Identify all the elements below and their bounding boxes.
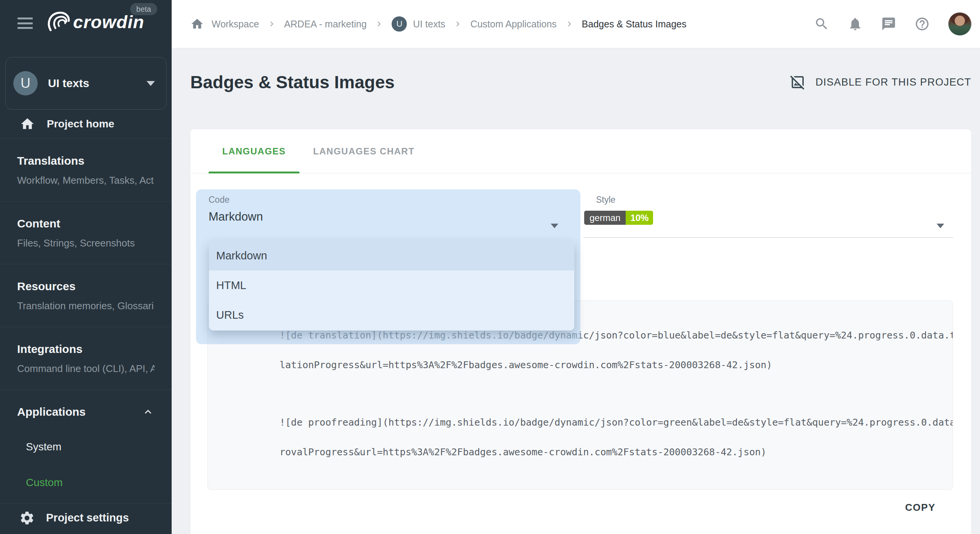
- help-icon[interactable]: [915, 16, 930, 32]
- sidebar-sections: Translations Workflow, Members, Tasks, A…: [0, 139, 172, 504]
- dropdown-option-markdown[interactable]: Markdown: [209, 241, 574, 270]
- code-snippet: ![de proofreading](https://img.shields.i…: [222, 400, 942, 474]
- topbar: Workspace ARDEA - marketing U UI texts C…: [172, 0, 980, 48]
- section-description: Files, Strings, Screenshots: [17, 237, 155, 249]
- section-title: Applications: [17, 405, 86, 419]
- disable-button-label: DISABLE FOR THIS PROJECT: [816, 76, 971, 88]
- crowdin-logo[interactable]: crowdin: [45, 10, 144, 33]
- section-title: Translations: [17, 154, 155, 168]
- section-title: Content: [17, 217, 155, 230]
- sidebar-item-content[interactable]: Content Files, Strings, Screenshots: [0, 202, 172, 264]
- gear-icon: [19, 510, 35, 526]
- applications-header[interactable]: Applications: [17, 405, 155, 419]
- chevron-right-icon: [453, 19, 463, 29]
- chevron-down-icon: [147, 81, 155, 86]
- sidebar-item-custom[interactable]: Custom: [26, 477, 155, 489]
- user-avatar[interactable]: [948, 12, 972, 36]
- dropdown-option-urls[interactable]: URLs: [209, 300, 574, 330]
- project-selector[interactable]: U UI texts: [5, 57, 167, 110]
- copy-button[interactable]: COPY: [903, 501, 938, 514]
- badge-preview: german 10%: [584, 211, 653, 225]
- crowdin-app: crowdin beta U UI texts Project home Tra…: [0, 0, 980, 534]
- sidebar-top: crowdin beta: [0, 0, 172, 49]
- code-select-dropdown: Markdown HTML URLs: [209, 241, 574, 331]
- main-content: Badges & Status Images DISABLE FOR THIS …: [172, 48, 980, 534]
- badge-language-segment: german: [584, 211, 626, 225]
- messages-chat-icon[interactable]: [881, 16, 896, 32]
- chevron-right-icon: [267, 19, 277, 29]
- sidebar-item-label: Project settings: [46, 512, 129, 524]
- section-title: Resources: [17, 280, 155, 293]
- tab-languages-chart[interactable]: LANGUAGES CHART: [300, 129, 429, 173]
- sidebar-item-translations[interactable]: Translations Workflow, Members, Tasks, A…: [0, 139, 172, 202]
- sidebar-item-applications: Applications System Custom: [0, 390, 172, 504]
- code-select-label: Code: [209, 195, 229, 205]
- code-select-value: Markdown: [209, 210, 263, 224]
- disable-for-project-button[interactable]: DISABLE FOR THIS PROJECT: [790, 74, 971, 90]
- section-title: Integrations: [17, 342, 155, 356]
- chevron-down-icon: [551, 224, 558, 228]
- chevron-down-icon: [937, 224, 944, 228]
- crowdin-swirl-icon: [45, 10, 71, 33]
- image-not-supported-icon: [790, 74, 806, 90]
- sidebar-item-resources[interactable]: Resources Translation memories, Glossari…: [0, 264, 172, 327]
- project-name: UI texts: [48, 77, 147, 90]
- breadcrumb: Workspace ARDEA - marketing U UI texts C…: [190, 16, 803, 32]
- hamburger-menu-icon[interactable]: [18, 17, 33, 29]
- breadcrumb-item-workspace[interactable]: Workspace: [212, 19, 259, 30]
- badges-card: LANGUAGES LANGUAGES CHART ![de translati…: [190, 129, 971, 534]
- dropdown-option-html[interactable]: HTML: [209, 270, 574, 300]
- home-icon: [20, 116, 35, 132]
- badge-progress-segment: 10%: [626, 211, 653, 225]
- section-description: Command line tool (CLI), API, A…: [17, 363, 155, 374]
- beta-badge: beta: [130, 3, 157, 15]
- breadcrumb-item-label: UI texts: [413, 19, 445, 30]
- code-select[interactable]: Code Markdown Markdown HTML URLs: [196, 189, 580, 344]
- breadcrumb-item-current: Badges & Status Images: [582, 19, 687, 30]
- project-avatar: U: [13, 71, 38, 95]
- sidebar-item-project-home[interactable]: Project home: [0, 110, 172, 139]
- section-description: Workflow, Members, Tasks, Act…: [17, 175, 155, 186]
- topbar-actions: [814, 12, 972, 36]
- page-header: Badges & Status Images DISABLE FOR THIS …: [190, 72, 971, 92]
- sidebar-item-label: Project home: [47, 118, 114, 130]
- page-title: Badges & Status Images: [190, 72, 395, 92]
- tab-bar: LANGUAGES LANGUAGES CHART: [190, 129, 971, 173]
- chevron-right-icon: [564, 19, 574, 29]
- breadcrumb-home-icon[interactable]: [190, 17, 204, 31]
- project-avatar: U: [392, 16, 407, 32]
- sidebar: crowdin beta U UI texts Project home Tra…: [0, 0, 172, 534]
- sidebar-item-project-settings[interactable]: Project settings: [0, 502, 172, 534]
- tab-languages[interactable]: LANGUAGES: [209, 129, 300, 173]
- style-select-label: Style: [596, 195, 615, 205]
- notifications-bell-icon[interactable]: [848, 16, 863, 32]
- style-select[interactable]: Style german 10%: [583, 189, 953, 239]
- sidebar-item-system[interactable]: System: [26, 441, 155, 453]
- breadcrumb-item-project-group[interactable]: ARDEA - marketing: [284, 19, 367, 30]
- chevron-right-icon: [374, 19, 384, 29]
- breadcrumb-item-custom-applications[interactable]: Custom Applications: [470, 19, 557, 30]
- chevron-up-icon: [142, 405, 155, 418]
- section-description: Translation memories, Glossari…: [17, 300, 155, 312]
- breadcrumb-item-project[interactable]: U UI texts: [392, 16, 445, 32]
- code-snippet: ![pl translation](https://img.shields.io…: [222, 487, 942, 490]
- search-icon[interactable]: [814, 16, 829, 32]
- sidebar-item-integrations[interactable]: Integrations Command line tool (CLI), AP…: [0, 327, 172, 390]
